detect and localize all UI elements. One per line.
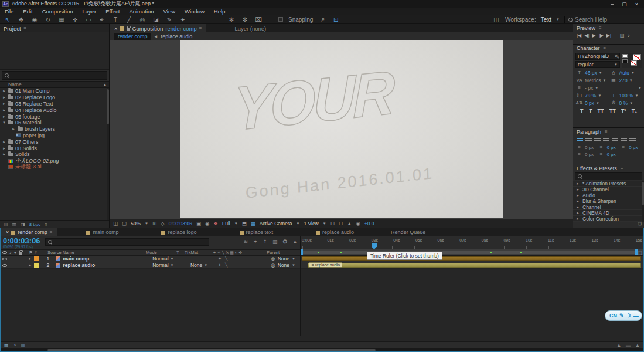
- font-family-select[interactable]: HYZhongHeiJ ▼: [575, 53, 620, 60]
- all-caps-button[interactable]: TT: [598, 108, 604, 114]
- parent-column[interactable]: Parent: [267, 250, 300, 255]
- eyedropper-icon[interactable]: ✎: [615, 54, 619, 60]
- breadcrumb-replace-audio[interactable]: replace audio: [161, 33, 192, 39]
- expand-icon[interactable]: ►: [2, 140, 6, 144]
- free-transform-icon[interactable]: ⌧: [254, 16, 263, 23]
- panel-menu-icon[interactable]: ≡: [50, 230, 53, 235]
- brush-tool-icon[interactable]: ╱: [125, 16, 133, 23]
- expand-icon[interactable]: ►: [2, 109, 6, 112]
- magnification-dropdown-icon[interactable]: ▼: [145, 222, 148, 225]
- menu-help[interactable]: Help: [214, 8, 226, 15]
- graph-editor-icon[interactable]: ▲: [292, 239, 298, 245]
- ime-pen-icon[interactable]: ✎: [619, 313, 624, 319]
- tab-replace-audio[interactable]: replace audio: [311, 228, 359, 236]
- source-name-column[interactable]: Source Name: [47, 250, 146, 255]
- tsume-field[interactable]: ※0 %▼: [610, 100, 642, 106]
- expand-layer-switches-toggle[interactable]: ▦: [4, 343, 9, 348]
- last-frame-button[interactable]: ▶|: [606, 33, 611, 38]
- timeline-search-box[interactable]: [45, 238, 209, 246]
- play-button[interactable]: ▶: [592, 33, 595, 38]
- indent-right-field[interactable]: ≡0 px: [619, 145, 642, 150]
- timeline-hscrollbar[interactable]: [1, 348, 643, 351]
- selection-tool-icon[interactable]: ↖: [4, 16, 12, 23]
- close-tab-icon[interactable]: ×: [6, 229, 9, 235]
- zoom-tool-icon[interactable]: ◉: [30, 16, 39, 23]
- trkmat-column[interactable]: TrkMat: [185, 250, 213, 255]
- effects-presets-title[interactable]: Effects & Presets: [577, 165, 617, 171]
- fx-group-animation-presets[interactable]: ►* Animation Presets: [573, 181, 644, 187]
- project-item-07-others[interactable]: ►07 Others: [0, 138, 109, 145]
- puppet-pin-tool-icon[interactable]: ✦: [179, 16, 187, 23]
- draft-3d-icon[interactable]: ✦: [253, 239, 258, 245]
- new-panel-icon[interactable]: ❏: [638, 222, 642, 228]
- new-composition-icon[interactable]: ◨: [21, 222, 25, 227]
- timeline-button-icon[interactable]: ▲: [347, 221, 352, 226]
- eraser-tool-icon[interactable]: ◪: [152, 16, 160, 23]
- menu-edit[interactable]: Edit: [23, 8, 32, 15]
- close-tab-icon[interactable]: ×: [114, 25, 118, 32]
- paragraph-title[interactable]: Paragraph: [577, 129, 601, 135]
- space-after-field[interactable]: ≡0 px: [598, 152, 620, 157]
- project-name-header[interactable]: Name ▲: [0, 81, 109, 88]
- pickwhip-icon[interactable]: ◎: [271, 256, 275, 262]
- time-ruler[interactable]: 0:00s 01s 02s 03s 04s 05s 06s 07s 08s 09…: [301, 236, 643, 249]
- justify-last-left-button[interactable]: [603, 137, 609, 142]
- menu-window[interactable]: Window: [185, 8, 205, 15]
- project-item-03-replace-text[interactable]: ►03 Replace Text: [0, 101, 109, 107]
- next-frame-button[interactable]: |▶: [599, 33, 604, 38]
- project-item-06-material[interactable]: ▼06 Material: [0, 120, 109, 126]
- quality-switch[interactable]: ╲: [225, 256, 227, 261]
- vertical-scale-field[interactable]: ⇕T79 %▼: [575, 93, 608, 99]
- current-time-display[interactable]: 0:00:03:06: [169, 221, 192, 226]
- resolution-dropdown-icon[interactable]: ▼: [234, 222, 238, 225]
- expand-icon[interactable]: ►: [2, 115, 6, 119]
- camera-tool-icon[interactable]: ▦: [57, 16, 66, 23]
- small-caps-button[interactable]: TT: [609, 108, 616, 114]
- fill-stroke-swatches[interactable]: [622, 53, 642, 68]
- ime-language-label[interactable]: CN: [609, 313, 617, 319]
- effects-search-box[interactable]: [575, 172, 642, 180]
- work-area-start-handle[interactable]: [301, 249, 303, 255]
- superscript-button[interactable]: T¹: [621, 108, 626, 114]
- leading-field[interactable]: A̲Auto▼: [610, 70, 642, 76]
- composition-viewport[interactable]: YOUR Gong Han 2016.01.01: [110, 40, 573, 219]
- menu-animation[interactable]: Animation: [129, 8, 154, 15]
- ime-moon-icon[interactable]: ☽: [626, 313, 631, 319]
- space-before-field[interactable]: ≡0 px: [575, 152, 598, 157]
- justify-last-right-button[interactable]: [621, 137, 627, 142]
- project-item-08-solids[interactable]: ►08 Solids: [0, 145, 109, 151]
- menu-layer[interactable]: Layer: [83, 8, 97, 15]
- layer-bar-label[interactable]: ≣replace audio: [309, 262, 342, 268]
- snap-option2-icon[interactable]: ⊡: [332, 16, 340, 23]
- preview-title[interactable]: Preview: [577, 25, 595, 31]
- work-area-end-handle[interactable]: [635, 249, 638, 255]
- camera-dropdown-icon[interactable]: ▼: [296, 222, 299, 225]
- quality-switch[interactable]: ╲: [225, 263, 227, 268]
- baseline-shift-field[interactable]: A⇅0 px▼: [575, 100, 608, 106]
- layer-visibility-toggle[interactable]: [2, 264, 7, 267]
- view-dropdown-icon[interactable]: ▼: [323, 222, 326, 225]
- effects-scrollbar[interactable]: [642, 181, 644, 222]
- first-frame-button[interactable]: |◀: [577, 33, 581, 38]
- kerning-field[interactable]: VAMetrics▼: [575, 77, 608, 83]
- stroke-style-select[interactable]: ▼: [610, 85, 642, 91]
- ime-keyboard-icon[interactable]: ▬: [633, 313, 639, 319]
- axis-mode-icon[interactable]: ✻: [227, 16, 236, 23]
- align-right-button[interactable]: [594, 137, 601, 142]
- snap-option-icon[interactable]: ↗: [318, 16, 326, 23]
- snapshot-icon[interactable]: ▣: [196, 221, 201, 226]
- tab-project[interactable]: Project: [4, 25, 21, 32]
- fx-group-cinema4d[interactable]: ►CINEMA 4D: [573, 210, 644, 216]
- panel-menu-icon[interactable]: ≡: [24, 26, 27, 31]
- layer-visibility-toggle[interactable]: [2, 258, 7, 260]
- expand-icon[interactable]: ►: [12, 127, 16, 131]
- panel-menu-icon[interactable]: ≡: [621, 165, 623, 171]
- ram-preview-icon[interactable]: ▤: [620, 33, 625, 38]
- project-scrollbar[interactable]: [107, 88, 109, 220]
- camera-select[interactable]: Active Camera: [260, 221, 292, 226]
- indent-left-field[interactable]: ≡0 px: [575, 145, 598, 150]
- layer-row-main-comp[interactable]: ► 1 main comp Normal▼ ✦╲ ◎None▼: [1, 256, 300, 262]
- stroke-width-field[interactable]: ≡- px▼: [575, 85, 608, 91]
- project-search-box[interactable]: [2, 71, 107, 80]
- tab-replace-logo[interactable]: replace logo: [156, 228, 202, 236]
